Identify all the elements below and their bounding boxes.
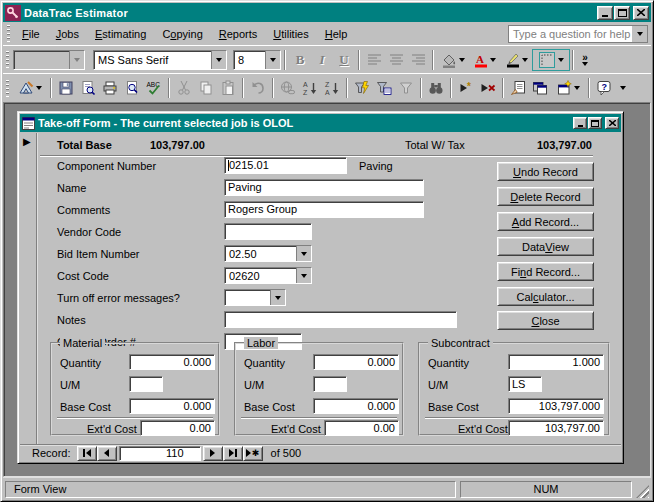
filter-by-selection-button[interactable] [351,78,373,98]
delete-record-button[interactable] [477,78,499,98]
labor-base-cost-input[interactable]: 0.000 [313,398,399,414]
special-effect-button[interactable] [533,50,569,70]
spelling-button[interactable]: ABC [143,78,165,98]
minimize-button[interactable] [597,6,613,20]
print-button[interactable] [99,78,121,98]
turn-off-error-messages-combo[interactable] [224,289,286,306]
previous-record-button[interactable] [97,446,117,461]
sort-ascending-button[interactable]: AZ [299,78,321,98]
next-record-button[interactable] [203,446,223,461]
base-cost-label: Base Cost [60,401,111,413]
print-preview-button[interactable] [121,78,143,98]
find-button[interactable] [425,78,447,98]
border-style-icon [538,51,556,69]
takeoff-minimize-button[interactable] [573,117,587,129]
calculator-button[interactable]: Calculator... [497,287,594,306]
takeoff-close-button[interactable] [605,117,619,129]
cost-code-combo[interactable]: 02620 [224,267,312,284]
toolbar-grip[interactable] [6,51,9,68]
material-base-cost-input[interactable]: 0.000 [129,398,215,414]
labor-quantity-input[interactable]: 0.000 [313,354,399,370]
help-search-dropdown[interactable] [632,26,647,42]
bid-item-number-combo[interactable]: 02.50 [224,245,312,262]
subcontract-base-cost-input[interactable]: 103,797.000 [508,398,604,414]
chevron-down-icon[interactable] [522,58,528,62]
menu-copying[interactable]: Copying [154,25,210,43]
sort-descending-button[interactable]: ZA [321,78,343,98]
font-name-dropdown[interactable] [211,51,226,69]
record-label: Record: [32,447,71,459]
last-record-button[interactable] [223,446,243,461]
cost-code-dropdown[interactable] [296,268,311,283]
bid-item-dropdown[interactable] [296,246,311,261]
add-record-button[interactable]: Add Record... [497,212,594,231]
vendor-code-input[interactable] [224,223,312,240]
find-record-button[interactable]: Find Record... [497,262,594,281]
material-quantity-input[interactable]: 0.000 [129,354,215,370]
save-icon [58,80,74,96]
component-number-input[interactable]: 0215.01 [224,157,347,174]
close-button[interactable] [633,6,649,20]
labor-um-input[interactable] [313,376,347,392]
material-ext-cost-input[interactable]: 0.00 [140,420,215,436]
menu-grip[interactable] [7,25,10,42]
error-messages-dropdown[interactable] [270,290,285,305]
font-color-button[interactable]: A [469,50,501,70]
chevron-down-icon[interactable] [558,58,564,62]
um-label: U/M [60,379,80,391]
file-search-button[interactable] [77,78,99,98]
chevron-down-icon [637,32,643,36]
menu-estimating[interactable]: Estimating [87,25,154,43]
fill-color-button[interactable] [437,50,469,70]
font-size-combo[interactable]: 8 [233,50,281,70]
line-color-button[interactable] [501,50,533,70]
filter-by-selection-icon [354,80,370,96]
close-form-button[interactable]: Close [497,311,594,330]
font-size-dropdown[interactable] [265,51,280,69]
material-um-input[interactable] [129,376,163,392]
undo-record-button[interactable]: Undo Record [497,162,594,181]
subcontract-um-input[interactable]: LS [508,376,542,392]
help-button[interactable]: ? [593,78,615,98]
properties-button[interactable] [507,78,529,98]
subcontract-ext-cost-input[interactable]: 103,797.00 [508,420,604,436]
filter-by-form-button[interactable] [373,78,395,98]
labor-ext-cost-input[interactable]: 0.00 [324,420,399,436]
database-window-button[interactable] [529,78,551,98]
chevron-down-icon[interactable] [36,86,42,90]
menu-jobs[interactable]: Jobs [48,25,87,43]
chevron-down-icon[interactable] [574,86,580,90]
subcontract-quantity-input[interactable]: 1.000 [508,354,604,370]
new-record-button[interactable]: * [455,78,477,98]
maximize-button[interactable] [614,6,630,20]
chevron-down-icon[interactable] [459,58,465,62]
notes-input[interactable] [224,311,457,328]
menu-utilities[interactable]: Utilities [265,25,316,43]
takeoff-maximize-button[interactable] [588,117,602,129]
resize-grip[interactable] [636,485,649,498]
new-record-nav-button[interactable]: ✱ [243,446,263,461]
menu-reports[interactable]: Reports [211,25,266,43]
help-search-box[interactable]: Type a question for help [508,25,648,43]
toolbar-separator [420,78,422,98]
first-record-button[interactable] [77,446,97,461]
save-button[interactable] [55,78,77,98]
toolbar-overflow-button[interactable]: » [577,49,593,71]
new-object-button[interactable] [551,78,585,98]
takeoff-title-bar: Take-off Form - The current selected job… [20,114,621,132]
chevron-down-icon [270,58,276,62]
name-input[interactable]: Paving [224,179,424,196]
view-button[interactable] [13,78,47,98]
delete-record-button[interactable]: Delete Record [497,187,594,206]
record-selector-bar[interactable]: ▶ [20,133,37,444]
toolbar-options-button[interactable] [615,77,631,99]
toolbar-grip[interactable] [6,80,9,97]
chevron-down-icon[interactable] [490,58,496,62]
menu-file[interactable]: File [14,25,48,43]
comments-input[interactable]: Rogers Group [224,201,424,218]
font-name-combo[interactable]: MS Sans Serif [93,50,227,70]
base-cost-label: Base Cost [428,401,479,413]
record-number-input[interactable]: 110 [119,446,201,461]
menu-help[interactable]: Help [317,25,356,43]
data-view-button[interactable]: Data View [497,237,594,256]
